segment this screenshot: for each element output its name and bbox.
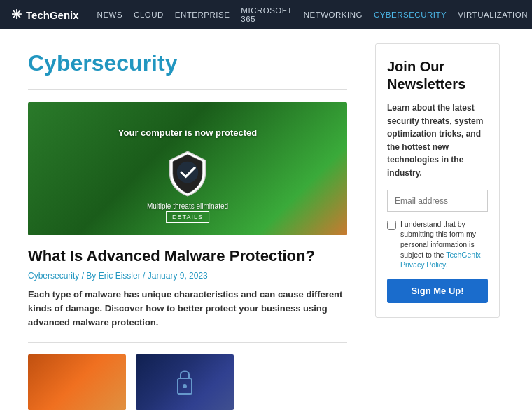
- consent-row: I understand that by submitting this for…: [387, 219, 488, 270]
- nav-enterprise[interactable]: ENTERPRISE: [175, 10, 230, 19]
- hero-details-button[interactable]: DETAILS: [166, 211, 209, 223]
- email-input[interactable]: [387, 190, 488, 212]
- nav-cloud[interactable]: CLOUD: [134, 10, 164, 19]
- main-content: Cybersecurity Your computer is now prote…: [0, 29, 364, 420]
- nav-cybersecurity[interactable]: CYBERSECURITY: [374, 10, 447, 19]
- thumbnail-2[interactable]: [136, 354, 234, 410]
- article-meta: Cybersecurity / By Eric Eissler / Januar…: [28, 271, 347, 281]
- nav-links: NEWS CLOUD ENTERPRISE MICROSOFT 365 NETW…: [97, 6, 528, 23]
- hero-overlay-text: Your computer is now protected: [28, 127, 347, 138]
- nav-virtualization[interactable]: VIRTUALIZATION: [458, 10, 528, 19]
- newsletter-title: Join Our Newsletters: [387, 58, 488, 93]
- nav-microsoft365[interactable]: MICROSOFT 365: [241, 6, 292, 23]
- title-divider: [28, 89, 347, 90]
- page-title: Cybersecurity: [28, 50, 347, 76]
- article-divider: [28, 342, 347, 343]
- shield-icon: [163, 149, 212, 198]
- thumbnail-row: [28, 354, 347, 410]
- site-logo[interactable]: ✳ TechGenix: [11, 7, 79, 22]
- page-wrapper: Cybersecurity Your computer is now prote…: [0, 29, 532, 420]
- svg-point-2: [183, 384, 187, 388]
- nav-news[interactable]: NEWS: [97, 10, 123, 19]
- sidebar: Join Our Newsletters Learn about the lat…: [364, 29, 511, 420]
- newsletter-description: Learn about the latest security threats,…: [387, 102, 488, 180]
- article-excerpt: Each type of malware has unique characte…: [28, 288, 347, 330]
- svg-point-0: [177, 162, 199, 183]
- hero-subtext: Multiple threats eliminated: [28, 202, 347, 210]
- newsletter-box: Join Our Newsletters Learn about the lat…: [375, 43, 500, 318]
- consent-label: I understand that by submitting this for…: [400, 219, 488, 270]
- logo-text: TechGenix: [26, 9, 79, 21]
- navbar: ✳ TechGenix NEWS CLOUD ENTERPRISE MICROS…: [0, 0, 532, 29]
- consent-checkbox[interactable]: [387, 220, 396, 230]
- thumbnail-1[interactable]: [28, 354, 126, 410]
- nav-networking[interactable]: NETWORKING: [304, 10, 363, 19]
- logo-icon: ✳: [11, 7, 22, 22]
- article-title[interactable]: What Is Advanced Malware Protection?: [28, 246, 347, 267]
- sign-up-button[interactable]: Sign Me Up!: [387, 279, 488, 303]
- article-hero-image: Your computer is now protected Multiple …: [28, 102, 347, 235]
